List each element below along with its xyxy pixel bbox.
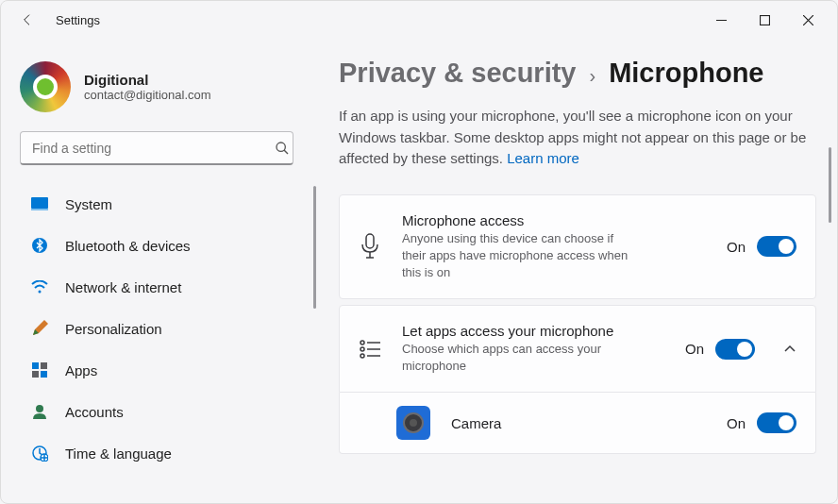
sidebar: Digitional contact@digitional.com System… [1,39,322,503]
svg-rect-13 [366,234,374,248]
nav-label: Personalization [65,321,162,337]
svg-point-16 [360,354,364,358]
svg-point-14 [360,341,364,344]
svg-rect-6 [32,362,39,369]
close-button[interactable] [786,1,830,39]
system-icon [31,195,48,212]
nav-time-language[interactable]: Time & language [20,435,310,471]
svg-point-5 [39,291,42,294]
breadcrumb: Privacy & security › Microphone [339,58,816,89]
chevron-right-icon: › [589,65,595,87]
main-scrollbar[interactable] [829,147,831,223]
camera-app-toggle[interactable] [757,412,796,433]
svg-rect-8 [32,371,39,378]
clock-globe-icon [31,445,48,462]
apps-icon [31,361,48,378]
nav-network[interactable]: Network & internet [20,269,310,305]
nav-bluetooth[interactable]: Bluetooth & devices [20,227,310,263]
microphone-access-card: Microphone access Anyone using this devi… [339,194,816,300]
sidebar-nav: System Bluetooth & devices Network & int… [20,186,310,471]
nav-label: Network & internet [65,279,181,295]
svg-rect-3 [31,209,48,210]
page-description: If an app is using your microphone, you'… [339,106,811,170]
toggle-state-label: On [727,415,746,431]
toggle-state-label: On [685,341,704,357]
svg-point-15 [360,347,364,351]
back-button[interactable] [8,1,46,39]
svg-point-1 [277,143,285,151]
nav-label: System [65,196,112,212]
account-profile[interactable]: Digitional contact@digitional.com [20,61,310,112]
svg-rect-0 [760,15,769,25]
search-icon [275,141,290,156]
apps-access-card[interactable]: Let apps access your microphone Choose w… [339,305,816,393]
microphone-icon [359,233,381,260]
card-title: Microphone access [402,212,706,228]
sidebar-scrollbar[interactable] [313,186,316,309]
brush-icon [31,320,48,337]
svg-rect-9 [41,371,47,378]
toggle-state-label: On [727,239,746,255]
search-input[interactable] [20,131,293,165]
bluetooth-icon [31,237,48,254]
main-content: Privacy & security › Microphone If an ap… [322,39,837,503]
card-subtitle: Anyone using this device can choose if t… [402,230,628,282]
breadcrumb-parent[interactable]: Privacy & security [339,58,576,89]
profile-email: contact@digitional.com [84,88,211,102]
window-controls [699,1,830,39]
account-icon [31,403,48,420]
camera-app-icon [396,406,430,440]
nav-accounts[interactable]: Accounts [20,394,310,429]
svg-point-10 [36,405,43,412]
window-title: Settings [56,13,100,27]
apps-access-toggle[interactable] [715,339,755,360]
nav-apps[interactable]: Apps [20,352,310,388]
svg-rect-7 [41,362,47,369]
nav-label: Time & language [65,445,172,462]
card-subtitle: Choose which apps can access your microp… [402,341,628,375]
profile-name: Digitional [84,72,211,88]
svg-rect-2 [31,197,48,209]
list-icon [359,340,381,359]
card-title: Let apps access your microphone [402,323,664,339]
avatar [20,61,71,112]
camera-app-row: Camera On [339,393,816,454]
titlebar: Settings [1,1,837,39]
maximize-button[interactable] [743,1,786,39]
chevron-up-icon [783,343,796,356]
nav-label: Apps [65,362,97,378]
wifi-icon [31,278,48,295]
page-title: Microphone [609,58,763,89]
learn-more-link[interactable]: Learn more [507,150,579,166]
nav-label: Bluetooth & devices [65,238,191,254]
minimize-button[interactable] [699,1,743,39]
nav-label: Accounts [65,404,124,420]
microphone-access-toggle[interactable] [757,236,796,257]
app-name: Camera [451,415,706,431]
nav-system[interactable]: System [20,186,310,222]
nav-personalization[interactable]: Personalization [20,311,310,346]
